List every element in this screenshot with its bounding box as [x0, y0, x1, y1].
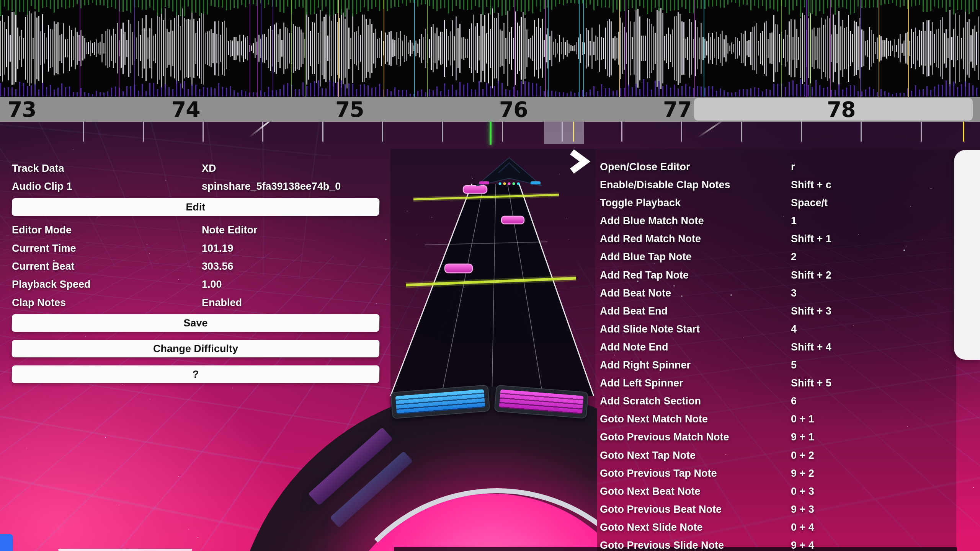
current-beat-label: Current Beat — [12, 261, 202, 272]
shortcut-action: Open/Close Editor — [600, 161, 791, 179]
current-time-label: Current Time — [12, 243, 202, 254]
shortcut-action: Goto Previous Match Note — [600, 431, 791, 449]
current-time-row: Current Time 101.19 — [12, 243, 379, 254]
shortcut-row: Add Beat Note3 — [600, 287, 937, 305]
corner-button[interactable] — [0, 534, 13, 551]
shortcut-key: 3 — [791, 287, 797, 305]
audio-clip-row: Audio Clip 1 spinshare_5fa39138ee74b_0 — [12, 181, 379, 192]
shortcut-row: Add Slide Note Start4 — [600, 323, 937, 341]
shortcut-action: Goto Next Tap Note — [600, 450, 791, 468]
shortcut-key: 9 + 2 — [791, 468, 814, 486]
shortcut-row: Goto Next Tap Note0 + 2 — [600, 450, 937, 468]
wheel-segment-blue-fill — [395, 389, 485, 414]
shortcut-row: Add Blue Match Note1 — [600, 215, 937, 233]
shortcut-action: Add Note End — [600, 341, 791, 359]
shortcut-row: Goto Previous Beat Note9 + 3 — [600, 504, 937, 522]
shortcut-row: Goto Next Match Note0 + 1 — [600, 413, 937, 431]
side-drawer-handle[interactable] — [954, 150, 980, 360]
playback-speed-row: Playback Speed 1.00 — [12, 279, 379, 290]
shortcut-key: Space/t — [791, 197, 828, 215]
shortcut-key: 0 + 2 — [791, 450, 814, 468]
shortcut-row: Goto Next Beat Note0 + 3 — [600, 486, 937, 504]
clap-notes-value: Enabled — [202, 297, 242, 309]
wheel-segment-magenta-fill — [499, 390, 583, 414]
shortcut-key: 0 + 3 — [791, 486, 814, 504]
clap-notes-row: Clap Notes Enabled — [12, 297, 379, 309]
shortcut-action: Add Scratch Section — [600, 395, 791, 413]
shortcut-key: 6 — [791, 395, 797, 413]
shortcut-key: Shift + 5 — [791, 377, 831, 395]
shortcut-key: 9 + 3 — [791, 504, 814, 522]
shortcut-key: 5 — [791, 359, 797, 377]
shortcut-key: r — [791, 161, 795, 179]
track-info-panel: Track Data XD Audio Clip 1 spinshare_5fa… — [12, 0, 379, 551]
edit-button[interactable]: Edit — [12, 198, 380, 216]
editor-mode-row: Editor Mode Note Editor — [12, 224, 379, 236]
shortcut-key: Shift + 3 — [791, 305, 831, 323]
shortcut-row: Goto Previous Slide Note9 + 4 — [600, 540, 937, 551]
shortcut-action: Add Red Tap Note — [600, 269, 791, 287]
shortcut-action: Goto Previous Slide Note — [600, 540, 791, 551]
shortcut-action: Goto Next Match Note — [600, 413, 791, 431]
shortcut-key: Shift + 2 — [791, 269, 831, 287]
shortcut-row: Toggle PlaybackSpace/t — [600, 197, 937, 215]
playback-speed-label: Playback Speed — [12, 279, 202, 290]
beat-number: 76 — [499, 97, 528, 122]
shortcut-row: Add Scratch Section6 — [600, 395, 937, 413]
current-time-value: 101.19 — [202, 243, 234, 254]
shortcut-key: 4 — [791, 323, 797, 341]
shortcut-row: Add Left SpinnerShift + 5 — [600, 377, 937, 395]
shortcut-action: Goto Previous Beat Note — [600, 504, 791, 522]
shortcut-row: Add Beat EndShift + 3 — [600, 305, 937, 323]
shortcut-action: Enable/Disable Clap Notes — [600, 179, 791, 197]
shortcut-action: Add Slide Note Start — [600, 323, 791, 341]
shortcut-action: Add Blue Tap Note — [600, 251, 791, 269]
shortcut-action: Add Red Match Note — [600, 233, 791, 251]
shortcut-key: Shift + c — [791, 179, 831, 197]
shortcut-action: Add Beat End — [600, 305, 791, 323]
shortcut-action: Add Beat Note — [600, 287, 791, 305]
beat-number: 78 — [827, 97, 856, 122]
playback-speed-value: 1.00 — [202, 279, 222, 290]
note — [445, 264, 472, 273]
shortcut-key: 2 — [791, 251, 797, 269]
shortcut-row: Add Right Spinner5 — [600, 359, 937, 377]
collapse-panel-button[interactable] — [566, 149, 591, 174]
note — [501, 216, 524, 224]
track-data-value: XD — [202, 163, 216, 174]
shortcut-key: 9 + 1 — [791, 431, 814, 449]
shortcut-action: Goto Next Beat Note — [600, 486, 791, 504]
shortcut-action: Add Blue Match Note — [600, 215, 791, 233]
shortcut-key: Shift + 4 — [791, 341, 831, 359]
current-beat-row: Current Beat 303.56 — [12, 261, 379, 272]
editor-screen: 73 74 75 76 77 78 Track Data XD Audio Cl… — [0, 0, 980, 551]
playhead-marker — [490, 122, 492, 145]
audio-clip-value: spinshare_5fa39138ee74b_0 — [202, 181, 341, 192]
editor-mode-label: Editor Mode — [12, 224, 202, 236]
current-beat-value: 303.56 — [202, 261, 234, 272]
yellow-tick — [963, 122, 964, 142]
shortcut-action: Add Right Spinner — [600, 359, 791, 377]
shortcut-key: 0 + 4 — [791, 522, 814, 540]
shortcut-row: Enable/Disable Clap NotesShift + c — [600, 179, 937, 197]
save-button[interactable]: Save — [12, 314, 380, 332]
beat-number: 77 — [663, 97, 692, 122]
note — [463, 186, 487, 193]
shortcut-row: Add Blue Tap Note2 — [600, 251, 937, 269]
chevron-right-icon — [566, 149, 591, 174]
shortcut-key: Shift + 1 — [791, 233, 831, 251]
shortcut-action: Toggle Playback — [600, 197, 791, 215]
clap-notes-label: Clap Notes — [12, 297, 202, 309]
track-view[interactable] — [383, 149, 601, 396]
player-ship — [476, 158, 542, 186]
shortcut-row: Add Note EndShift + 4 — [600, 341, 937, 359]
change-difficulty-button[interactable]: Change Difficulty — [12, 340, 380, 357]
track-data-row: Track Data XD — [12, 163, 379, 174]
shortcut-action: Goto Next Slide Note — [600, 522, 791, 540]
bottom-pill — [58, 549, 192, 551]
track-data-label: Track Data — [12, 163, 202, 174]
shortcut-key: 1 — [791, 215, 797, 233]
yellow-tick — [573, 122, 574, 142]
shortcut-action: Goto Previous Tap Note — [600, 468, 791, 486]
help-button[interactable]: ? — [12, 365, 380, 383]
